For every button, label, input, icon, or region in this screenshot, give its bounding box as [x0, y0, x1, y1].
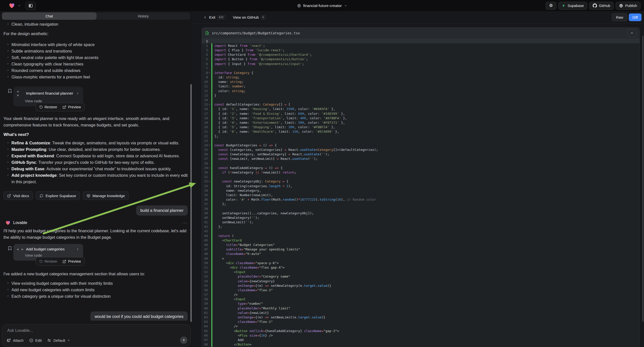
explore-supabase-button[interactable]: Explore Supabase: [36, 192, 80, 200]
chevron-left-icon: [204, 16, 207, 19]
raw-toggle-button[interactable]: Raw: [612, 14, 627, 21]
bookmark-icon[interactable]: [8, 87, 14, 93]
code-line: 50 <div className="space-y-6">: [202, 260, 640, 265]
line-number: 46: [202, 243, 208, 247]
visit-docs-button[interactable]: Visit docs: [4, 192, 33, 200]
preview-button[interactable]: Preview: [60, 104, 84, 110]
code-text: { id: '1', name: 'Housing', limit: 1500,…: [214, 107, 335, 111]
fold-icon[interactable]: ∨: [208, 103, 211, 106]
bullet-list: Refine & Customize: Tweak the design, an…: [4, 140, 188, 185]
bullet-item: View existing budget categories with the…: [8, 280, 188, 286]
edit-mode-button[interactable]: Edit: [29, 338, 42, 342]
diff-added-bar: [211, 224, 212, 229]
chat-history-tabs: Chat History: [2, 12, 190, 20]
bullet-item: Refine & Customize: Tweak the design, an…: [8, 140, 188, 146]
diff-toggle-button[interactable]: Diff: [629, 14, 642, 21]
line-number: 61: [202, 311, 208, 315]
chevron-down-icon[interactable]: [18, 4, 21, 7]
code-line: 47 subtitle="Manage your spending limits…: [202, 247, 640, 252]
code-text: interface Category {: [214, 71, 254, 75]
code-text: className="flex-1": [214, 288, 273, 292]
panel-left-icon: [28, 4, 33, 8]
version-card[interactable]: < >Implement financial plannerView codeR…: [14, 87, 83, 106]
line-number: 54: [202, 279, 208, 283]
collapse-file-button[interactable]: [627, 29, 636, 37]
project-name: financial-future-creator: [303, 4, 342, 8]
diff-added-bar: [211, 292, 212, 297]
bullet-item: Minimalist interface with plenty of whit…: [8, 41, 188, 48]
fold-icon[interactable]: ∨: [208, 167, 211, 169]
code-text: placeholder="Monthly limit": [214, 306, 290, 310]
github-button[interactable]: GitHub: [589, 2, 614, 10]
preview-button[interactable]: Preview: [60, 258, 84, 264]
code-viewer-panel: Exit ESC View on GitHub G Raw Diff src/c…: [192, 11, 644, 347]
image-plus-icon: [7, 338, 11, 342]
view-code-link[interactable]: View code: [25, 99, 80, 103]
line-number: 30: [202, 170, 208, 174]
restore-button[interactable]: Restore: [36, 104, 60, 110]
line-number: 65: [202, 329, 208, 333]
toggle-sidebar-button[interactable]: [26, 2, 36, 10]
line-number: 55: [202, 284, 208, 288]
code-text: />: [214, 324, 238, 328]
exit-button[interactable]: Exit ESC: [204, 15, 226, 20]
fold-icon[interactable]: ∨: [208, 72, 211, 74]
bookmark-icon[interactable]: [8, 244, 14, 251]
lovable-logo-heart-icon[interactable]: [8, 2, 15, 9]
code-line: 4import ChartCard from '@/components/ui/…: [202, 52, 640, 57]
code-text: <div className="space-y-6">: [214, 261, 278, 265]
view-on-github-button[interactable]: View on GitHub G: [233, 15, 266, 20]
file-header[interactable]: src/components/budget/BudgetCategories.t…: [202, 28, 640, 38]
publish-button[interactable]: Publish: [616, 2, 640, 10]
bullet-list: Minimalist interface with plenty of whit…: [4, 41, 188, 80]
bullet-list: Clean, intuitive navigation: [4, 21, 188, 28]
bullet-item-bold: Expand with Backend: [12, 154, 54, 158]
restore-button[interactable]: Restore: [36, 258, 60, 264]
line-number: 25: [202, 148, 208, 152]
tab-chat[interactable]: Chat: [2, 12, 96, 20]
manage-knowledge-button[interactable]: Manage knowledge: [83, 192, 129, 200]
diff-added-bar: [211, 62, 212, 66]
supabase-button[interactable]: Supabase: [558, 2, 587, 10]
view-code-link[interactable]: View code: [25, 253, 80, 258]
line-number: 21: [202, 130, 208, 134]
settings-button[interactable]: ⚙: [546, 2, 556, 10]
bullet-item: Subtle animations and transitions: [8, 48, 188, 54]
diff-added-bar: [211, 247, 212, 252]
line-number: 43: [202, 229, 208, 233]
code-line: 42 };: [202, 224, 640, 229]
user-message-row: would be cool if you could add budget ca…: [4, 312, 188, 320]
code-line: 8∨interface Category {: [202, 70, 640, 75]
mode-selector[interactable]: Default: [47, 338, 70, 342]
line-number: 45: [202, 238, 208, 242]
code-text: import { Button } from '@/components/ui/…: [214, 57, 308, 61]
chat-input-box[interactable]: Attach Edit Default: [2, 324, 191, 346]
line-number: 23: [202, 139, 208, 143]
bullet-item: Master Prompting: Use clear, detailed, a…: [8, 146, 188, 152]
code-text: const [categories, setCategories] = Reac…: [214, 148, 378, 152]
fold-icon[interactable]: ∨: [208, 180, 211, 182]
more-options-icon[interactable]: [182, 220, 188, 226]
code-scrollbar-thumb[interactable]: [642, 36, 644, 322]
user-message-bubble: would be cool if you could add budget ca…: [90, 312, 188, 320]
chat-scrollbar-thumb[interactable]: [190, 84, 192, 322]
code-line: 63 className="flex-1": [202, 320, 640, 324]
code-line: 11 limit: number;: [202, 84, 640, 88]
chat-input-field[interactable]: [7, 328, 186, 333]
line-number: 10: [202, 80, 208, 84]
line-number: 19: [202, 121, 208, 124]
fold-icon[interactable]: ∨: [208, 144, 211, 146]
send-button[interactable]: [180, 336, 188, 344]
line-number: 64: [202, 324, 208, 328]
code-text: <div className="flex gap-4">: [214, 266, 284, 269]
bullet-item: GitHub Sync: Transfer your project's cod…: [8, 159, 188, 166]
code-text: };: [214, 202, 226, 206]
diff-added-bar: [211, 184, 212, 188]
version-card[interactable]: < >Add budget categoriesView codeRestore…: [14, 244, 83, 260]
tab-history[interactable]: History: [96, 12, 190, 20]
attach-button[interactable]: Attach: [7, 338, 24, 342]
code-text: const newCategoryObj: Category = {: [214, 180, 288, 183]
code-text: >: [214, 257, 224, 260]
project-switcher[interactable]: financial-future-creator: [297, 4, 347, 8]
code-line: 2import React from 'react';: [202, 43, 640, 48]
